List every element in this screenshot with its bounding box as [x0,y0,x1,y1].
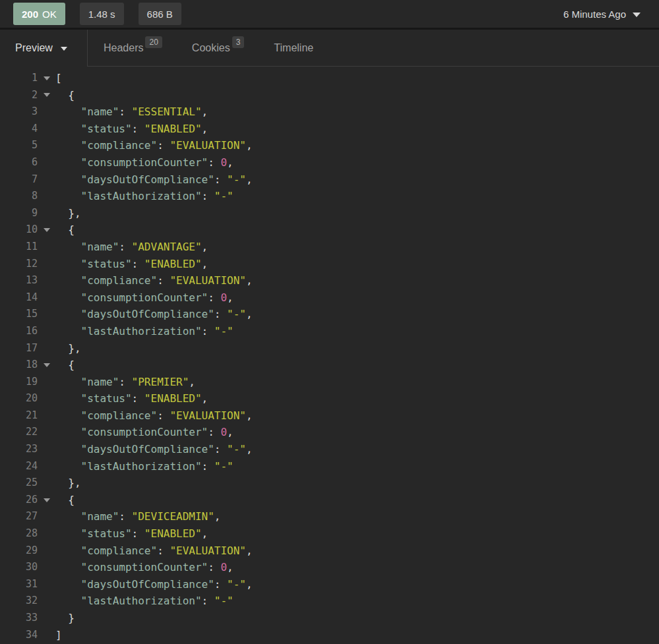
gutter: 1 [0,70,55,87]
code-text: { [55,87,75,104]
json-preview-editor[interactable]: 1[2 {3 "name": "ESSENTIAL",4 "status": "… [0,67,659,644]
tab-strip: Headers 20 Cookies 3 Timeline [88,30,659,67]
tab-timeline-label: Timeline [274,42,313,54]
code-line: 27 "name": "DEVICEADMIN", [0,508,659,525]
code-line: 31 "daysOutOfCompliance": "-", [0,576,659,593]
code-text: "name": "PREMIER", [55,374,195,391]
gutter: 6 [0,154,55,171]
gutter: 25 [0,475,55,492]
code-text: "lastAuthorization": "-" [55,593,234,610]
code-text: "compliance": "EVALUATION", [55,137,253,154]
line-number: 4 [0,121,38,138]
line-number: 32 [0,593,38,610]
code-line: 30 "consumptionCounter": 0, [0,559,659,576]
fold-slot [38,228,55,232]
code-text: "status": "ENABLED", [55,121,208,138]
code-line: 3 "name": "ESSENTIAL", [0,103,659,121]
tab-cookies-label: Cookies [192,42,230,54]
line-number: 22 [0,424,38,441]
code-line: 17 }, [0,340,659,357]
line-number: 24 [0,458,38,475]
gutter: 4 [0,121,55,138]
code-text: "status": "ENABLED", [55,525,208,542]
code-line: 24 "lastAuthorization": "-" [0,458,659,475]
gutter: 8 [0,188,55,205]
code-line: 2 { [0,87,659,104]
fold-slot [38,498,55,502]
code-line: 11 "name": "ADVANTAGE", [0,239,659,256]
gutter: 18 [0,357,55,374]
headers-count-badge: 20 [145,36,162,48]
fold-toggle-icon[interactable] [44,228,50,232]
gutter: 16 [0,323,55,340]
tab-preview-label: Preview [15,42,53,54]
code-text: { [55,221,75,239]
line-number: 34 [0,627,38,644]
code-line: 29 "compliance": "EVALUATION", [0,542,659,560]
code-text: }, [55,205,81,222]
line-number: 7 [0,171,38,189]
gutter: 21 [0,407,55,424]
code-line: 16 "lastAuthorization": "-" [0,323,659,340]
line-number: 11 [0,239,38,256]
line-number: 30 [0,559,38,576]
gutter: 29 [0,542,55,560]
gutter: 20 [0,390,55,407]
gutter: 26 [0,492,55,509]
gutter: 10 [0,221,55,239]
line-number: 29 [0,542,38,560]
chevron-down-icon [633,13,641,17]
code-line: 4 "status": "ENABLED", [0,121,659,138]
code-line: 23 "daysOutOfCompliance": "-", [0,441,659,458]
gutter: 5 [0,137,55,154]
tab-headers[interactable]: Headers 20 [104,30,162,66]
tab-preview[interactable]: Preview [0,30,88,67]
code-text: "daysOutOfCompliance": "-", [55,576,253,593]
fold-toggle-icon[interactable] [44,363,50,367]
line-number: 25 [0,475,38,492]
code-line: 33 } [0,610,659,627]
line-number: 10 [0,221,38,239]
gutter: 14 [0,289,55,307]
fold-slot [38,93,55,97]
gutter: 23 [0,441,55,458]
gutter: 33 [0,610,55,627]
gutter: 31 [0,576,55,593]
fold-toggle-icon[interactable] [44,498,50,502]
chevron-down-icon [61,47,67,51]
code-text: ] [55,627,62,644]
gutter: 3 [0,103,55,121]
code-line: 10 { [0,221,659,239]
code-line: 7 "daysOutOfCompliance": "-", [0,171,659,189]
line-number: 8 [0,188,38,205]
code-line: 21 "compliance": "EVALUATION", [0,407,659,424]
code-line: 22 "consumptionCounter": 0, [0,424,659,441]
gutter: 24 [0,458,55,475]
fold-toggle-icon[interactable] [44,76,50,80]
code-line: 9 }, [0,205,659,222]
tab-cookies[interactable]: Cookies 3 [192,30,245,66]
gutter: 34 [0,627,55,644]
code-line: 12 "status": "ENABLED", [0,256,659,273]
code-text: "consumptionCounter": 0, [55,424,234,441]
fold-slot [38,363,55,367]
tab-timeline[interactable]: Timeline [274,30,313,66]
line-number: 16 [0,323,38,340]
response-history-dropdown[interactable]: 6 Minutes Ago [563,9,641,20]
line-number: 19 [0,374,38,391]
response-size-badge: 686 B [139,3,181,25]
code-line: 1[ [0,70,659,87]
code-text: "compliance": "EVALUATION", [55,407,253,424]
code-line: 26 { [0,492,659,509]
code-line: 18 { [0,357,659,374]
code-line: 28 "status": "ENABLED", [0,525,659,542]
gutter: 32 [0,593,55,610]
gutter: 27 [0,508,55,525]
line-number: 3 [0,103,38,121]
line-number: 27 [0,508,38,525]
code-text: "consumptionCounter": 0, [55,559,234,576]
gutter: 15 [0,306,55,323]
line-number: 21 [0,407,38,424]
fold-toggle-icon[interactable] [44,93,50,97]
code-text: } [55,610,75,627]
